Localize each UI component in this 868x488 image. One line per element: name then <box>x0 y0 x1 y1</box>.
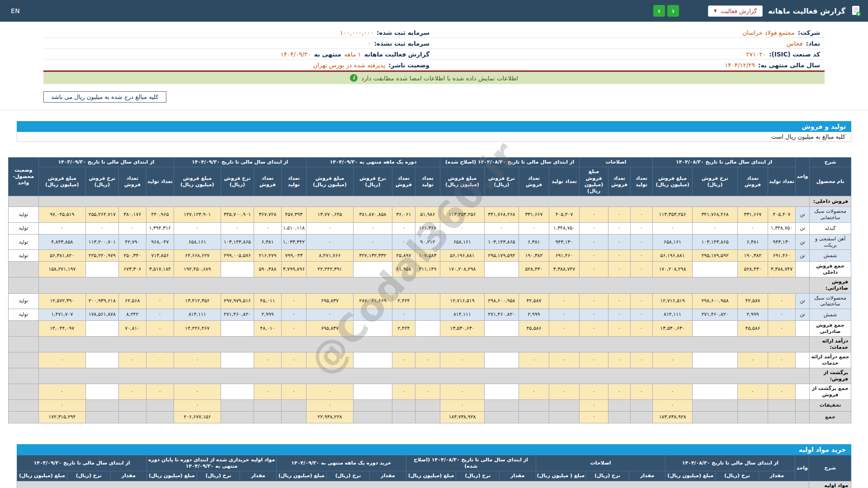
cell: ۰ <box>146 309 174 321</box>
section-label: فروش صادراتی: <box>810 277 851 293</box>
column-header: مبلغ (میلیون ریال) <box>665 471 716 481</box>
cell: ۵۹۰,۳۸۸ <box>254 262 281 277</box>
cell: ۰ <box>440 399 484 411</box>
cell: ۰ <box>738 352 768 368</box>
cell: ۴۲,۵۸۷ <box>519 293 549 309</box>
language-toggle[interactable]: EN <box>11 7 20 14</box>
cell: ۷۰,۸۱۰ <box>118 321 146 337</box>
row-label: جمع فروش صادراتی <box>810 321 851 337</box>
table-row: جمع فروش صادراتی۰۴۵,۵۸۶۱۳,۵۳۰,۶۳۰۰۰۰۰۴۵,… <box>8 321 851 337</box>
cell: ۶۹۱,۴۶۰ <box>768 250 796 262</box>
column-header: تعداد تولید <box>549 167 579 196</box>
cell: ۷۹۹,۰۴۳ <box>281 250 306 262</box>
cell: ۰ <box>579 234 608 250</box>
cell: ۰ <box>652 399 692 411</box>
column-group-header: مواد اولیه خریداری شده از ابتدای دوره تا… <box>147 455 277 471</box>
section-raw-materials: خرید مواد اولیه <box>17 444 851 455</box>
info-row: سرمایه ثبت نشده:۰ <box>43 38 434 49</box>
column-header: مقدار <box>500 471 536 481</box>
cell <box>353 262 392 277</box>
info-row: گزارش فعالیت ماهانه۱ ماههمنتهی به۱۴۰۴/۰۹… <box>43 49 434 60</box>
cell: ۰ <box>630 352 652 368</box>
column-header: مبلغ (میلیون ریال) <box>276 471 326 481</box>
cell: ۲,۹۹۹ <box>254 309 281 321</box>
report-nav: ‹ › <box>653 5 679 17</box>
cell <box>85 262 118 277</box>
section-production-sales: تولید و فروش <box>17 121 851 132</box>
cell <box>484 321 519 337</box>
cell: ۱۸۳,۷۳۸,۹۲۸ <box>440 411 484 423</box>
column-header: تعداد فروش <box>608 167 630 196</box>
cell <box>738 399 768 411</box>
table-row: جمع برگشت از فروش۰۰۰۰۰۰۰۰۰۰۰۰۰۰۰۰۰۰ <box>8 384 851 400</box>
cell <box>17 481 809 488</box>
cell: تولید <box>8 234 38 250</box>
info-value: ۲۷۱۰۲۰ <box>746 51 766 58</box>
cell: ۴۴۰,۹۶۵ <box>146 207 174 223</box>
cell: ۰ <box>630 250 652 262</box>
column-header: شرح <box>809 455 851 481</box>
cell <box>796 411 810 423</box>
cell: ۱۲,۷۱۶,۵۱۹ <box>652 293 692 309</box>
column-header: مبلغ فروش (میلیون ریال) <box>652 167 692 196</box>
cell: ۰ <box>221 222 254 234</box>
table-row: محصولات سبک ساختمانیتن۴۰۵,۴۰۷۳۳۱,۶۶۷۳۴۱,… <box>8 207 851 223</box>
cell: ۰ <box>768 321 796 337</box>
cell <box>8 336 38 352</box>
column-header: مبلغ ( میلیون ریال) <box>536 471 586 481</box>
cell: ۱۴,۰۴۴,۰۹۷ <box>38 321 85 337</box>
cell: ۰ <box>174 352 221 368</box>
cell: ۰ <box>146 384 174 400</box>
cell: ۰ <box>392 309 415 321</box>
column-header: شرح <box>810 158 851 167</box>
info-label: وضعیت ناشر: <box>388 61 429 69</box>
cell <box>221 411 254 423</box>
cell: ۰ <box>608 262 630 277</box>
cell <box>254 399 281 411</box>
column-header: نرخ فروش (ریال) <box>221 167 254 196</box>
cell: ۸۱۴,۱۱۱ <box>652 309 692 321</box>
cell: ۰ <box>306 352 353 368</box>
company-info-panel: شرکت:مجتمع فولاد خراساننماد:فخاسکد صنعت … <box>43 27 825 103</box>
column-header: تعداد تولید <box>768 167 796 196</box>
cell: ۶۵۸,۱۶۱ <box>174 234 221 250</box>
cell: ۰ <box>306 234 353 250</box>
cell <box>221 262 254 277</box>
cell: ۱۰۳,۱۴۳,۸۶۵ <box>693 234 738 250</box>
cell: ۰ <box>738 384 768 400</box>
cell <box>608 411 630 423</box>
cell <box>353 399 392 411</box>
cell: ۰ <box>608 250 630 262</box>
table-row: جمع۱۸۳,۷۳۸,۹۲۸۰۱۸۳,۷۳۸,۹۲۸۲۲,۹۳۸,۲۲۸۲۰۶,… <box>8 411 851 423</box>
report-type-dropdown[interactable]: گزارش فعالیت ▼ <box>708 5 763 17</box>
cell: ۰ <box>549 384 579 400</box>
next-report-button[interactable]: › <box>667 5 679 17</box>
column-header: نرخ فروش (ریال) <box>693 167 738 196</box>
info-icon: i <box>350 74 358 82</box>
cell: ۲۰۶,۶۷۷,۱۵۶ <box>174 411 221 423</box>
cell: ۱۰۷,۵۸۳ <box>415 250 440 262</box>
cell <box>796 352 810 368</box>
cell: ۰ <box>118 352 146 368</box>
cell: ۲,۹۹۹ <box>738 309 768 321</box>
page-divider <box>0 110 868 110</box>
cell: ۱,۳۴۸,۷۵۰ <box>549 222 579 234</box>
column-header: تعداد فروش <box>519 167 549 196</box>
cell: تولید <box>8 207 38 223</box>
column-header: نرخ (ریال) <box>716 471 759 481</box>
info-value: ۱۰۰,۰۰۰,۰۰۰ <box>340 29 373 36</box>
prev-report-button[interactable]: ‹ <box>653 5 665 17</box>
cell <box>415 309 440 321</box>
info-value: ۰ <box>368 40 371 47</box>
cell <box>38 277 809 293</box>
column-group-header: از ابتدای سال مالی تا تاریخ ۱۴۰۳/۰۹/۳۰ <box>38 158 174 167</box>
cell: ۲۷۱,۴۶۰,۸۲۰ <box>221 309 254 321</box>
cell: ۰ <box>440 352 484 368</box>
cell <box>281 399 306 411</box>
cell <box>8 352 38 368</box>
cell: ۰ <box>579 384 608 400</box>
cell <box>796 384 810 400</box>
info-label: نماد: <box>806 40 820 47</box>
cell: ۰ <box>608 321 630 337</box>
cell: ۶۷۳,۳۰۶ <box>118 262 146 277</box>
